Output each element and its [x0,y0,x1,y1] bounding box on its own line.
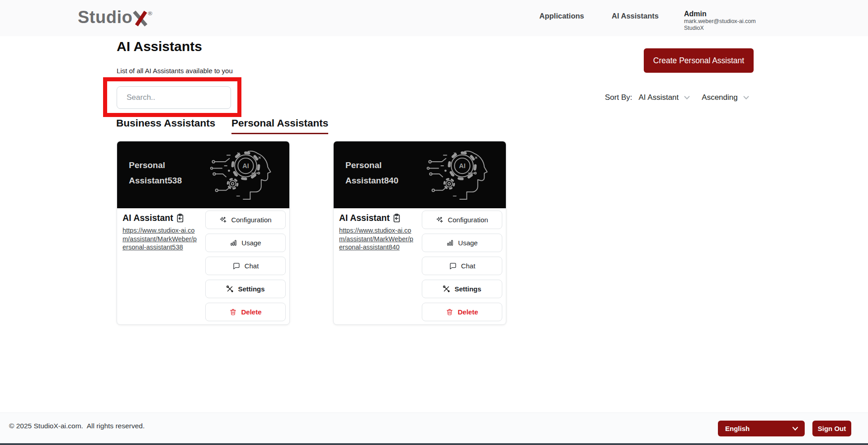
footer: © 2025 StudioX-ai.com. All rights reserv… [0,412,868,443]
card-actions: Configuration Usage Chat Settings [205,211,286,321]
ai-head-illustration-icon: AI [426,148,490,201]
delete-button[interactable]: Delete [422,303,502,321]
page-title: AI Assistants [117,39,202,54]
delete-button[interactable]: Delete [205,303,286,321]
logo-text: Studio [78,6,132,28]
sort-controls: Sort By: AI Assistant Ascending [605,93,761,102]
card-heading: AI Assistant [339,213,390,223]
registered-mark: ® [148,10,152,17]
chevron-down-icon [684,96,690,100]
copy-link-icon[interactable] [175,213,185,223]
configuration-button[interactable]: Configuration [205,211,286,229]
sort-direction-select[interactable]: Ascending [702,93,749,102]
assistant-banner-title: Personal Assistant538 [129,158,182,188]
bar-chart-icon [230,239,237,247]
tools-icon [443,285,450,293]
chat-button[interactable]: Chat [205,257,286,275]
usage-button[interactable]: Usage [205,234,286,252]
card-banner: Personal Assistant840 AI [334,141,506,208]
assistant-banner-title: Personal Assistant840 [345,158,398,188]
trash-icon [446,308,453,316]
sort-direction-value: Ascending [702,93,737,102]
copy-link-icon[interactable] [392,213,401,223]
usage-button[interactable]: Usage [422,234,502,252]
create-personal-assistant-button[interactable]: Create Personal Assistant [644,48,754,73]
chevron-down-icon [792,426,798,431]
chat-bubble-icon [232,262,241,270]
sparkles-icon [436,216,443,224]
trash-icon [229,308,237,316]
user-email: mark.weber@studiox-ai.com [684,18,756,25]
ai-head-illustration-icon: AI [210,148,273,201]
tab-personal-assistants[interactable]: Personal Assistants [231,117,328,134]
studiox-logo[interactable]: Studio ® [78,6,152,28]
user-org: StudioX [684,25,756,32]
language-value: English [725,425,750,432]
chat-button[interactable]: Chat [422,257,502,275]
assistant-url-link[interactable]: https://www.studiox-ai.com/assistant/Mar… [123,226,200,252]
sort-field-select[interactable]: AI Assistant [638,93,690,102]
card-heading: AI Assistant [123,213,173,223]
sort-field-value: AI Assistant [638,93,679,102]
logo-x-icon [132,10,148,27]
sort-by-label: Sort By: [605,93,632,102]
card-banner: Personal Assistant538 AI [117,141,289,208]
search-box[interactable] [117,86,231,109]
assistant-card: Personal Assistant840 AI [333,141,506,325]
settings-button[interactable]: Settings [205,280,286,298]
user-menu[interactable]: Admin mark.weber@studiox-ai.com StudioX [684,10,756,32]
svg-text:AI: AI [242,162,249,169]
nav-item-applications[interactable]: Applications [539,12,584,20]
sign-out-button[interactable]: Sign Out [812,421,851,436]
chevron-down-icon [743,96,749,100]
nav-item-ai-assistants[interactable]: AI Assistants [612,12,659,20]
tools-icon [226,285,234,293]
card-actions: Configuration Usage Chat Settings [422,211,502,321]
tab-business-assistants[interactable]: Business Assistants [116,117,215,133]
top-header: Studio ® Applications AI Assistants Admi… [0,0,868,36]
assistant-url-link[interactable]: https://www.studiox-ai.com/assistant/Mar… [339,226,417,252]
window-bottom-edge [0,443,868,445]
bar-chart-icon [446,239,454,247]
chat-bubble-icon [449,262,457,270]
configuration-button[interactable]: Configuration [422,211,502,229]
copyright-text: © 2025 StudioX-ai.com. All rights reserv… [9,422,145,430]
user-name: Admin [684,10,756,18]
page-subtitle: List of all AI Assistants available to y… [117,67,233,75]
search-input[interactable] [127,93,226,102]
sparkles-icon [219,216,227,224]
assistant-card: Personal Assistant538 AI [117,141,290,325]
language-select[interactable]: English [718,421,805,436]
settings-button[interactable]: Settings [422,280,502,298]
svg-text:AI: AI [459,162,465,169]
